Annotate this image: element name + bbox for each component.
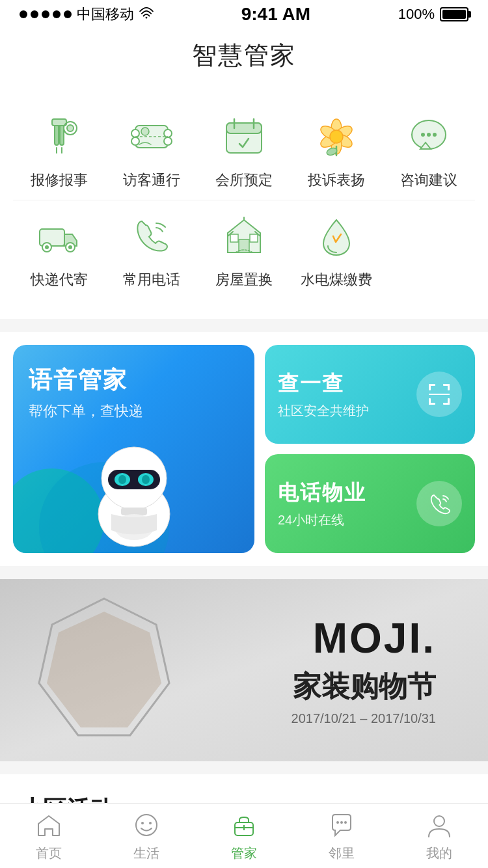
wifi-icon [139,6,154,23]
svg-point-61 [136,815,157,835]
banner-brand: MOJI. [291,614,436,662]
house-icon [218,210,270,262]
svg-rect-40 [250,234,258,242]
person-icon [424,809,455,841]
scan-icon [416,372,462,417]
chat-bubble-icon [326,809,357,841]
feature-check[interactable]: 查一查 社区安全共维护 [265,345,475,444]
menu-label-visitor: 访客通行 [123,170,180,190]
svg-point-25 [330,130,343,143]
svg-point-62 [141,822,144,824]
nav-item-life[interactable]: 生活 [98,803,195,868]
svg-point-30 [427,133,431,137]
page-header: 智慧管家 [0,29,488,88]
nav-label-neighbor: 邻里 [329,845,355,862]
menu-label-utility: 水电煤缴费 [301,270,372,290]
svg-rect-16 [226,123,262,133]
svg-point-7 [67,125,74,131]
menu-section: 报修报事 访客通行 [0,88,488,319]
nav-item-mine[interactable]: 我的 [390,803,488,868]
menu-label-house: 房屋置换 [215,270,273,290]
status-left: 中国移动 [20,5,154,24]
phone-icon [126,210,178,262]
nav-label-home: 首页 [36,845,62,862]
menu-label-consult: 咨询建议 [400,170,457,190]
signal-dots [20,10,72,18]
menu-label-repair: 报修报事 [31,170,88,190]
svg-point-63 [149,822,152,824]
robot-icon [75,423,193,553]
svg-rect-39 [230,234,238,242]
menu-item-house[interactable]: 房屋置换 [198,200,290,299]
banner-text: MOJI. 家装购物节 2017/10/21 – 2017/10/31 [291,614,436,726]
chat-icon [403,111,455,163]
battery-icon [440,7,468,21]
smiley-icon [131,809,162,841]
wrench-icon [33,111,85,163]
menu-label-club: 会所预定 [215,170,273,190]
svg-point-9 [131,129,139,137]
ticket-icon [126,111,178,163]
menu-row-2: 快递代寄 常用电话 [0,200,488,299]
svg-rect-57 [448,398,450,405]
menu-item-visitor[interactable]: 访客通行 [105,101,198,200]
status-time: 9:41 AM [241,4,310,25]
svg-point-0 [146,17,148,19]
svg-point-34 [45,245,49,249]
menu-label-express: 快递代寄 [31,270,88,290]
drop-icon [310,210,362,262]
feature-right: 查一查 社区安全共维护 电话物业 24小时在线 [265,345,475,553]
truck-icon [33,210,85,262]
status-right: 100% [398,6,468,23]
menu-item-consult[interactable]: 咨询建议 [383,101,475,200]
svg-point-12 [164,137,172,145]
svg-point-10 [131,137,139,145]
menu-item-express[interactable]: 快递代寄 [13,200,105,299]
phone-call-icon [416,481,462,526]
menu-item-utility[interactable]: 水电煤缴费 [290,200,383,299]
svg-point-46 [118,475,126,484]
nav-item-butler[interactable]: 管家 [195,803,293,868]
menu-label-complaint: 投诉表扬 [308,170,365,190]
nav-label-mine: 我的 [426,845,452,862]
svg-rect-55 [429,398,431,405]
banner-title: 家装购物节 [291,668,436,706]
home-icon [33,809,64,841]
nav-label-butler: 管家 [231,845,257,862]
svg-point-47 [142,475,150,484]
nav-item-neighbor[interactable]: 邻里 [293,803,390,868]
calendar-icon [218,111,270,163]
menu-item-club[interactable]: 会所预定 [198,101,290,200]
page-title: 智慧管家 [192,42,296,69]
menu-item-complaint[interactable]: 投诉表扬 [290,101,383,200]
battery-percent: 100% [398,6,435,23]
banner-bg: MOJI. 家装购物节 2017/10/21 – 2017/10/31 [0,579,488,761]
svg-point-11 [164,129,172,137]
butler-icon [228,809,260,841]
svg-marker-60 [47,612,161,727]
svg-point-69 [344,821,347,824]
menu-item-phone[interactable]: 常用电话 [105,200,198,299]
nav-item-home[interactable]: 首页 [0,803,98,868]
feature-voice-butler[interactable]: 语音管家 帮你下单，查快递 [13,345,254,553]
svg-point-67 [336,821,339,824]
carrier-label: 中国移动 [77,5,134,24]
svg-rect-51 [429,384,431,390]
menu-row-1: 报修报事 访客通行 [0,101,488,200]
svg-point-31 [433,133,437,137]
svg-point-36 [68,245,72,249]
svg-rect-53 [448,384,450,390]
menu-label-phone: 常用电话 [123,270,180,290]
svg-point-29 [421,133,425,137]
voice-butler-title: 语音管家 [29,364,239,396]
flower-icon [310,111,362,163]
bottom-nav: 首页 生活 管家 [0,803,488,868]
feature-property-phone[interactable]: 电话物业 24小时在线 [265,454,475,553]
banner-date: 2017/10/21 – 2017/10/31 [291,711,436,726]
banner-section[interactable]: MOJI. 家装购物节 2017/10/21 – 2017/10/31 [0,579,488,761]
svg-point-14 [141,128,149,135]
status-bar: 中国移动 9:41 AM 100% [0,0,488,29]
svg-point-70 [434,816,444,826]
nav-label-life: 生活 [133,845,159,862]
menu-item-repair[interactable]: 报修报事 [13,101,105,200]
